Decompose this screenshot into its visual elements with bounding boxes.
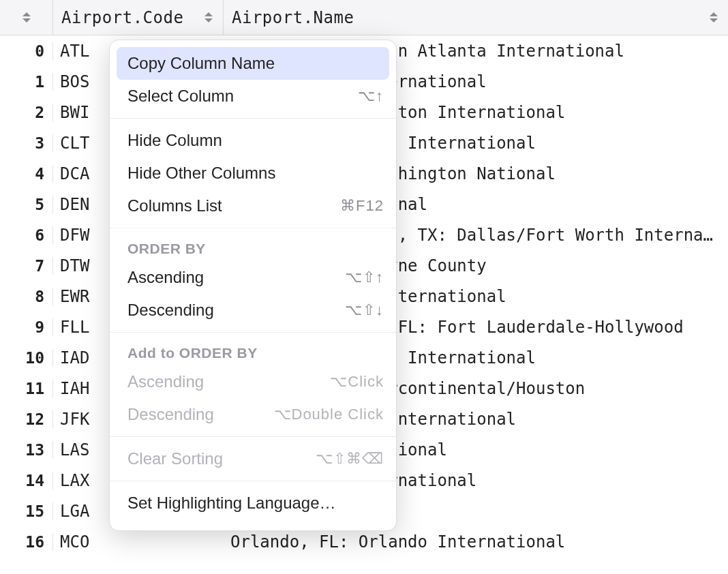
menu-item-label: Ascending — [127, 268, 345, 287]
menu-item-label: Ascending — [127, 372, 330, 391]
row-index: 9 — [0, 318, 53, 336]
menu-item-set-highlighting-language[interactable]: Set Highlighting Language… — [110, 487, 396, 519]
row-index: 13 — [0, 441, 53, 459]
row-index: 6 — [0, 226, 53, 244]
menu-shortcut: ⌥Double Click — [274, 406, 384, 423]
column-header-index[interactable] — [0, 0, 53, 35]
sort-icon — [202, 12, 215, 22]
cell-airport-name[interactable]: Orlando, FL: Orlando International — [224, 532, 728, 552]
row-index: 4 — [0, 165, 53, 183]
menu-item-select-column[interactable]: Select Column ⌥↑ — [110, 80, 396, 112]
menu-item-hide-column[interactable]: Hide Column — [110, 124, 396, 157]
column-context-menu: Copy Column Name Select Column ⌥↑ Hide C… — [109, 40, 397, 531]
column-header-airport-name[interactable]: Airport.Name — [224, 0, 728, 35]
menu-item-label: Clear Sorting — [127, 449, 316, 468]
sort-icon — [20, 12, 33, 22]
row-index: 11 — [0, 380, 53, 397]
column-header-label: Airport.Code — [61, 8, 196, 27]
row-index: 7 — [0, 257, 53, 275]
menu-separator — [110, 436, 396, 437]
menu-separator — [110, 118, 396, 119]
menu-item-label: Hide Other Columns — [127, 164, 384, 183]
row-index: 0 — [0, 42, 53, 60]
row-index: 12 — [0, 410, 53, 428]
menu-item-copy-column-name[interactable]: Copy Column Name — [117, 47, 389, 80]
menu-item-add-order-descending: Descending ⌥Double Click — [110, 398, 396, 431]
menu-item-add-order-ascending: Ascending ⌥Click — [110, 365, 396, 398]
menu-item-label: Select Column — [127, 87, 358, 106]
menu-shortcut: ⌥⇧↑ — [345, 269, 384, 286]
row-index: 14 — [0, 472, 53, 489]
menu-section-add-order-by: Add to ORDER BY — [110, 338, 396, 365]
menu-item-columns-list[interactable]: Columns List ⌘F12 — [110, 190, 396, 222]
menu-shortcut: ⌥⇧⌘⌫ — [316, 450, 384, 468]
table-header: Airport.Code Airport.Name — [0, 0, 728, 35]
row-index: 10 — [0, 349, 53, 367]
row-index: 3 — [0, 134, 53, 152]
sort-icon — [708, 12, 720, 22]
menu-separator — [110, 228, 396, 228]
row-index: 1 — [0, 73, 53, 91]
menu-separator — [110, 332, 396, 333]
row-index: 8 — [0, 288, 53, 305]
row-index: 16 — [0, 533, 53, 551]
menu-section-order-by: ORDER BY — [110, 234, 396, 261]
menu-item-label: Descending — [127, 405, 274, 424]
column-header-airport-code[interactable]: Airport.Code — [53, 0, 224, 35]
cell-airport-code[interactable]: MCO — [53, 532, 224, 552]
menu-item-hide-other-columns[interactable]: Hide Other Columns — [110, 157, 396, 190]
menu-shortcut: ⌥↑ — [358, 87, 384, 105]
row-index: 2 — [0, 104, 53, 121]
menu-item-clear-sorting: Clear Sorting ⌥⇧⌘⌫ — [110, 442, 396, 475]
menu-item-label: Descending — [127, 301, 345, 320]
menu-shortcut: ⌘F12 — [340, 197, 384, 215]
menu-item-label: Set Highlighting Language… — [127, 494, 384, 513]
menu-item-order-descending[interactable]: Descending ⌥⇧↓ — [110, 294, 396, 327]
menu-item-label: Copy Column Name — [127, 54, 384, 73]
row-index: 5 — [0, 196, 53, 213]
row-index: 15 — [0, 502, 53, 520]
menu-item-label: Columns List — [127, 196, 340, 215]
menu-item-order-ascending[interactable]: Ascending ⌥⇧↑ — [110, 261, 396, 294]
menu-separator — [110, 481, 396, 481]
column-header-label: Airport.Name — [232, 8, 701, 27]
menu-item-label: Hide Column — [127, 131, 384, 150]
menu-shortcut: ⌥Click — [330, 373, 384, 391]
menu-shortcut: ⌥⇧↓ — [345, 301, 384, 319]
